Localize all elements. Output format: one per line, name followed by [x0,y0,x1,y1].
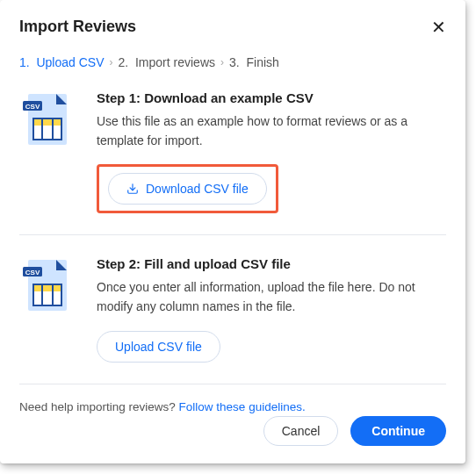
step-upload-csv[interactable]: 1. Upload CSV [19,55,105,69]
import-reviews-modal: Import Reviews ✕ 1. Upload CSV › 2. Impo… [0,0,465,463]
step1-section: CSV Step 1: Download an example CSV Use … [19,69,446,234]
upload-csv-label: Upload CSV file [115,340,202,354]
chevron-right-icon: › [110,56,113,68]
help-text: Need help importing reviews? [19,400,179,413]
svg-text:CSV: CSV [25,269,40,276]
guidelines-link[interactable]: Follow these guidelines. [179,400,306,413]
modal-footer: Cancel Continue [263,416,446,446]
modal-header: Import Reviews ✕ [19,18,446,36]
step2-heading: Step 2: Fill and upload CSV file [97,256,446,271]
step-number: 2. [119,55,129,69]
step-label: Import reviews [135,55,215,69]
continue-button[interactable]: Continue [350,416,446,446]
step1-heading: Step 1: Download an example CSV [97,90,446,105]
download-icon [126,183,139,195]
csv-file-icon: CSV [19,87,77,213]
step2-body: Step 2: Fill and upload CSV file Once yo… [97,253,446,362]
step2-section: CSV Step 2: Fill and upload CSV file Onc… [19,235,446,383]
step-finish[interactable]: 3. Finish [229,55,279,69]
step-label: Finish [246,55,278,69]
step1-description: Use this file as an example how to forma… [97,112,446,150]
step2-description: Once you enter all information, upload t… [97,278,446,316]
upload-csv-button[interactable]: Upload CSV file [97,331,220,363]
step1-body: Step 1: Download an example CSV Use this… [97,87,446,213]
cancel-button[interactable]: Cancel [263,416,339,446]
csv-file-icon: CSV [19,253,77,362]
svg-rect-13 [33,284,61,291]
step-number: 1. [19,55,30,69]
close-icon[interactable]: ✕ [431,18,446,36]
section-divider [19,384,446,384]
download-csv-button[interactable]: Download CSV file [108,173,267,205]
wizard-steps: 1. Upload CSV › 2. Import reviews › 3. F… [19,55,446,69]
highlight-annotation: Download CSV file [97,164,278,213]
step-number: 3. [229,55,240,69]
svg-rect-4 [33,118,61,126]
step-label: Upload CSV [36,55,104,69]
chevron-right-icon: › [220,56,224,68]
modal-title: Import Reviews [19,18,136,36]
svg-text:CSV: CSV [25,103,40,111]
download-csv-label: Download CSV file [146,182,249,196]
step-import-reviews[interactable]: 2. Import reviews [119,55,216,69]
help-row: Need help importing reviews? Follow thes… [19,400,446,413]
